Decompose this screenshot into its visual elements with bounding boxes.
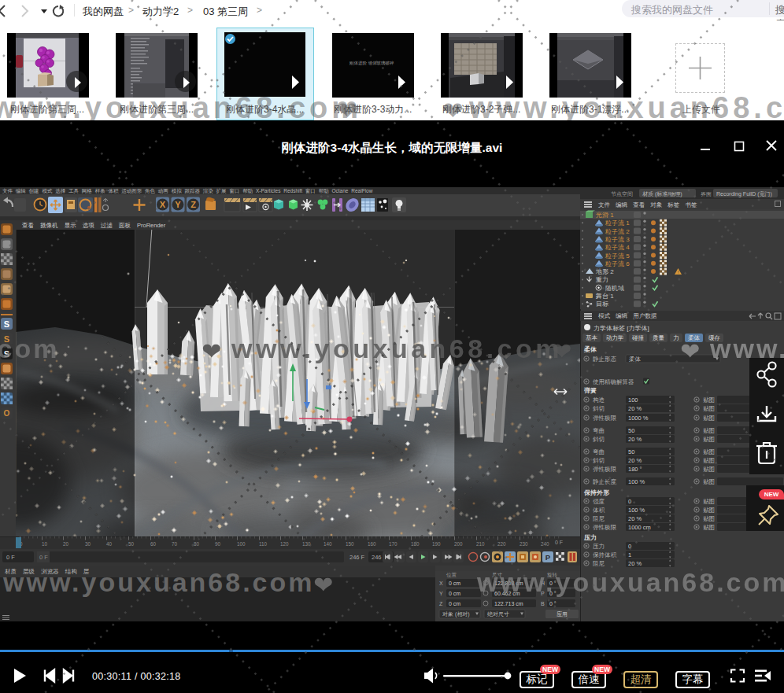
svg-text:压力: 压力 xyxy=(593,543,605,550)
svg-text:弹性极限: 弹性极限 xyxy=(593,524,617,531)
svg-text:弹簧: 弹簧 xyxy=(584,387,597,394)
svg-text:100 %: 100 % xyxy=(628,507,645,514)
svg-text:阻尼: 阻尼 xyxy=(593,560,605,567)
svg-text:90: 90 xyxy=(215,541,221,547)
svg-text:应用: 应用 xyxy=(557,610,568,617)
svg-text:30: 30 xyxy=(85,541,91,547)
svg-text:静止形态: 静止形态 xyxy=(593,356,617,363)
svg-text:120: 120 xyxy=(280,541,289,547)
svg-text:50: 50 xyxy=(628,427,634,434)
svg-text:130: 130 xyxy=(302,541,311,547)
svg-text:斜切: 斜切 xyxy=(593,405,605,412)
svg-text:80: 80 xyxy=(194,541,200,547)
svg-text:弯曲: 弯曲 xyxy=(593,448,605,455)
svg-text:0 cm: 0 cm xyxy=(449,581,460,586)
svg-text:100 %: 100 % xyxy=(628,478,645,485)
svg-text:X: X xyxy=(160,200,166,209)
svg-text:110: 110 xyxy=(259,541,268,547)
svg-text:体积: 体积 xyxy=(593,507,605,514)
svg-text:140: 140 xyxy=(324,541,332,547)
svg-text:使用精确解算器: 使用精确解算器 xyxy=(593,378,634,385)
svg-text:X: X xyxy=(439,581,443,586)
svg-text:贴图: 贴图 xyxy=(703,396,715,404)
svg-text:0 F: 0 F xyxy=(555,540,563,545)
svg-text:柔体: 柔体 xyxy=(583,345,597,353)
svg-text:弹性极限: 弹性极限 xyxy=(593,466,617,473)
svg-text:0: 0 xyxy=(628,498,631,505)
svg-text:210: 210 xyxy=(476,541,485,547)
svg-text:位置: 位置 xyxy=(446,572,457,577)
svg-text:180 °: 180 ° xyxy=(628,466,642,473)
svg-text:构造: 构造 xyxy=(593,396,605,404)
svg-text:贴图: 贴图 xyxy=(703,498,715,505)
svg-text:20 %: 20 % xyxy=(628,457,642,464)
svg-text:刚体进阶 墙体玻璃破碎: 刚体进阶 墙体玻璃破碎 xyxy=(349,61,394,66)
svg-text:240: 240 xyxy=(541,541,549,547)
svg-text:弹性极限: 弹性极限 xyxy=(593,415,617,422)
svg-text:贴图: 贴图 xyxy=(703,405,715,412)
svg-text:Z: Z xyxy=(190,200,196,209)
svg-text:50: 50 xyxy=(128,541,135,547)
svg-text:246 F: 246 F xyxy=(349,554,365,561)
svg-text:绝对尺寸: 绝对尺寸 xyxy=(487,611,509,617)
svg-text:70: 70 xyxy=(172,541,178,547)
svg-text:对象 (相对): 对象 (相对) xyxy=(442,611,470,617)
svg-text:O: O xyxy=(4,409,10,418)
svg-text:0 cm: 0 cm xyxy=(449,601,460,606)
svg-text:1: 1 xyxy=(628,551,631,558)
svg-text:160: 160 xyxy=(368,541,376,547)
svg-text:S: S xyxy=(4,319,9,329)
svg-text:斜切: 斜切 xyxy=(593,436,605,443)
svg-text:贴图: 贴图 xyxy=(703,415,715,422)
svg-text:1000 %: 1000 % xyxy=(628,415,649,422)
svg-text:Y: Y xyxy=(439,591,443,596)
svg-text:230: 230 xyxy=(520,541,528,547)
svg-text:20 %: 20 % xyxy=(628,515,642,522)
svg-text:贴图: 贴图 xyxy=(703,457,715,464)
svg-text:60: 60 xyxy=(150,541,157,547)
svg-text:20 %: 20 % xyxy=(628,436,642,443)
svg-text:0 cm: 0 cm xyxy=(449,591,460,596)
svg-text:贴图: 贴图 xyxy=(703,515,715,522)
svg-text:贴图: 贴图 xyxy=(703,466,715,473)
svg-text:贴图: 贴图 xyxy=(703,448,715,455)
svg-text:150: 150 xyxy=(346,541,354,547)
svg-text:静止长度: 静止长度 xyxy=(593,478,617,485)
svg-text:B: B xyxy=(541,601,545,606)
svg-text:190: 190 xyxy=(432,541,441,547)
svg-text:20: 20 xyxy=(63,541,69,547)
svg-text:0 F: 0 F xyxy=(6,554,15,561)
svg-text:1000 cm: 1000 cm xyxy=(628,524,651,531)
svg-text:200: 200 xyxy=(454,541,463,547)
svg-text:贴图: 贴图 xyxy=(703,427,715,434)
svg-text:保持外形: 保持外形 xyxy=(583,489,610,496)
svg-text:保持体积: 保持体积 xyxy=(593,551,617,558)
svg-text:阻尼: 阻尼 xyxy=(593,515,605,522)
svg-text:压力: 压力 xyxy=(583,534,597,541)
svg-text:122.713 cm: 122.713 cm xyxy=(494,601,523,606)
svg-text:贴图: 贴图 xyxy=(703,507,715,514)
svg-text:0: 0 xyxy=(628,543,631,550)
svg-text:0 °: 0 ° xyxy=(549,601,557,606)
svg-text:P: P xyxy=(545,553,551,562)
svg-text:强度: 强度 xyxy=(593,498,605,505)
svg-text:220: 220 xyxy=(497,541,506,547)
svg-text:100: 100 xyxy=(237,541,246,547)
svg-text:柔体: 柔体 xyxy=(629,356,642,363)
svg-text:170: 170 xyxy=(389,541,398,547)
svg-text:弯曲: 弯曲 xyxy=(593,427,605,434)
svg-text:50: 50 xyxy=(628,448,634,455)
svg-text:斜切: 斜切 xyxy=(593,457,605,464)
svg-text:10: 10 xyxy=(42,541,48,547)
svg-text:100: 100 xyxy=(628,396,638,404)
svg-text:Y: Y xyxy=(175,200,181,209)
svg-text:20 %: 20 % xyxy=(628,560,642,567)
svg-text:贴图: 贴图 xyxy=(703,436,715,443)
svg-text:贴图: 贴图 xyxy=(703,478,715,485)
svg-text:180: 180 xyxy=(411,541,420,547)
svg-text:20 %: 20 % xyxy=(628,405,642,412)
svg-text:0 F: 0 F xyxy=(39,554,48,561)
svg-text:40: 40 xyxy=(106,541,113,547)
svg-text:Z: Z xyxy=(439,601,443,606)
svg-text:贴图: 贴图 xyxy=(703,524,715,531)
